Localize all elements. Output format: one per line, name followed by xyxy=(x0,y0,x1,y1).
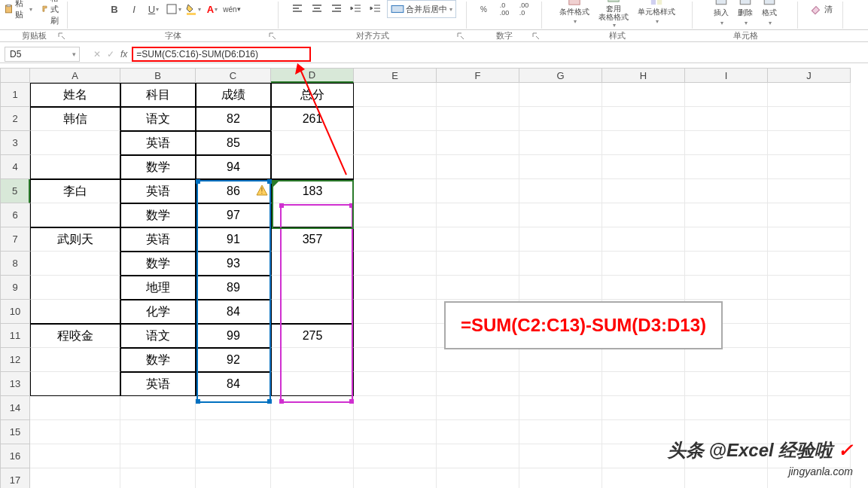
cell[interactable] xyxy=(768,348,851,372)
cell[interactable] xyxy=(768,300,851,324)
cell[interactable] xyxy=(437,276,519,300)
cell[interactable] xyxy=(354,276,437,300)
cell[interactable] xyxy=(685,203,768,227)
phonetic-button[interactable]: wén▾ xyxy=(224,1,240,17)
cell[interactable] xyxy=(519,179,602,203)
cell[interactable] xyxy=(685,276,768,300)
cell-styles-button[interactable]: 单元格样式▾ xyxy=(635,0,678,26)
cell[interactable] xyxy=(271,372,354,396)
cell[interactable] xyxy=(602,227,685,252)
column-header[interactable]: F xyxy=(437,68,519,83)
cell[interactable] xyxy=(768,396,851,420)
cell[interactable]: 武则天 xyxy=(30,227,120,252)
align-left-button[interactable] xyxy=(289,1,306,17)
cell[interactable] xyxy=(30,276,120,300)
cell[interactable] xyxy=(30,348,120,372)
format-button[interactable]: 格式▾ xyxy=(759,0,780,26)
cell[interactable] xyxy=(30,300,120,324)
align-center-button[interactable] xyxy=(309,1,325,17)
row-header[interactable]: 12 xyxy=(0,348,30,372)
cell[interactable] xyxy=(437,468,519,488)
cell[interactable]: 程咬金 xyxy=(30,324,120,348)
cell[interactable] xyxy=(30,203,120,227)
cell[interactable] xyxy=(685,372,768,396)
cell[interactable] xyxy=(685,348,768,372)
table-format-button[interactable]: 套用表格格式▾ xyxy=(595,0,632,29)
cell[interactable] xyxy=(354,203,437,227)
row-header[interactable]: 10 xyxy=(0,300,30,324)
cell[interactable]: 英语 xyxy=(120,372,196,396)
cell[interactable]: 84 xyxy=(196,372,271,396)
cell[interactable] xyxy=(685,131,768,155)
cell[interactable] xyxy=(768,83,851,107)
cell[interactable] xyxy=(437,444,519,468)
format-painter-button[interactable]: 格式刷 xyxy=(38,0,68,26)
cell[interactable] xyxy=(768,227,851,252)
cell[interactable] xyxy=(768,324,851,348)
column-header[interactable]: D xyxy=(271,68,354,83)
cell[interactable] xyxy=(685,252,768,276)
row-header[interactable]: 3 xyxy=(0,131,30,155)
row-header[interactable]: 1 xyxy=(0,83,30,107)
cell[interactable] xyxy=(602,468,685,488)
cell[interactable] xyxy=(519,107,602,131)
cell[interactable]: 84 xyxy=(196,300,271,324)
cell[interactable] xyxy=(271,131,354,155)
fill-color-button[interactable]: ▾ xyxy=(184,1,201,17)
cell[interactable] xyxy=(354,179,437,203)
cell[interactable]: 89 xyxy=(196,276,271,300)
cell[interactable] xyxy=(519,252,602,276)
cell[interactable] xyxy=(602,83,685,107)
underline-button[interactable]: U▾ xyxy=(145,1,162,17)
cell[interactable] xyxy=(768,203,851,227)
formula-input[interactable]: =SUM(C5:C16)-SUM(D6:D16) xyxy=(132,47,311,62)
cell[interactable] xyxy=(685,155,768,179)
cell[interactable] xyxy=(602,203,685,227)
cell[interactable] xyxy=(354,468,437,488)
cell[interactable]: 科目 xyxy=(120,83,196,107)
column-header[interactable]: C xyxy=(196,68,271,83)
merge-center-button[interactable]: 合并后居中▾ xyxy=(387,0,456,18)
spreadsheet-grid[interactable]: ABCDEFGHIJ 1姓名科目成绩总分2韩信语文822613英语854数学94… xyxy=(0,68,868,488)
cell[interactable]: 语文 xyxy=(120,107,196,131)
cell[interactable] xyxy=(437,396,519,420)
cell[interactable]: 261 xyxy=(271,107,354,131)
cell[interactable] xyxy=(354,83,437,107)
cell[interactable] xyxy=(602,107,685,131)
cell[interactable] xyxy=(519,348,602,372)
cell[interactable]: 韩信 xyxy=(30,107,120,131)
cell[interactable]: 姓名 xyxy=(30,83,120,107)
cell[interactable] xyxy=(602,396,685,420)
cell[interactable] xyxy=(30,444,120,468)
cell[interactable]: 99 xyxy=(196,324,271,348)
conditional-format-button[interactable]: 条件格式▾ xyxy=(556,0,592,26)
cell[interactable] xyxy=(271,420,354,444)
row-header[interactable]: 6 xyxy=(0,203,30,227)
cell[interactable] xyxy=(120,396,196,420)
cell[interactable] xyxy=(685,468,768,488)
cell[interactable]: 91 xyxy=(196,227,271,252)
cell[interactable] xyxy=(768,252,851,276)
increase-indent-button[interactable] xyxy=(367,1,384,17)
cell[interactable] xyxy=(354,155,437,179)
row-header[interactable]: 5 xyxy=(0,179,30,203)
delete-button[interactable]: 删除▾ xyxy=(735,0,756,26)
cell[interactable] xyxy=(519,420,602,444)
align-right-button[interactable] xyxy=(328,1,345,17)
cell[interactable] xyxy=(354,372,437,396)
decrease-indent-button[interactable] xyxy=(348,1,364,17)
cell[interactable] xyxy=(602,131,685,155)
row-header[interactable]: 8 xyxy=(0,252,30,276)
cell[interactable] xyxy=(437,372,519,396)
number-format-button[interactable]: % xyxy=(477,1,493,17)
cell[interactable] xyxy=(768,372,851,396)
cell[interactable] xyxy=(196,420,271,444)
cancel-formula-icon[interactable]: ✕ xyxy=(93,49,101,59)
row-header[interactable]: 13 xyxy=(0,372,30,396)
cell[interactable] xyxy=(271,444,354,468)
cell[interactable] xyxy=(602,348,685,372)
cell[interactable]: 183 xyxy=(271,179,354,203)
row-header[interactable]: 9 xyxy=(0,276,30,300)
cell[interactable] xyxy=(602,179,685,203)
cell[interactable] xyxy=(271,203,354,227)
